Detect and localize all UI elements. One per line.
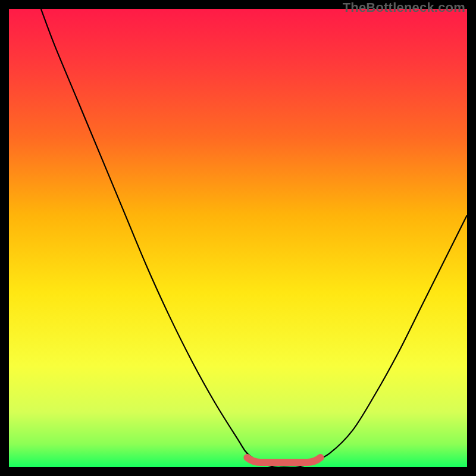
plot-area <box>9 9 467 467</box>
watermark-text: TheBottleneck.com <box>343 0 465 15</box>
bottleneck-curve <box>9 9 467 467</box>
